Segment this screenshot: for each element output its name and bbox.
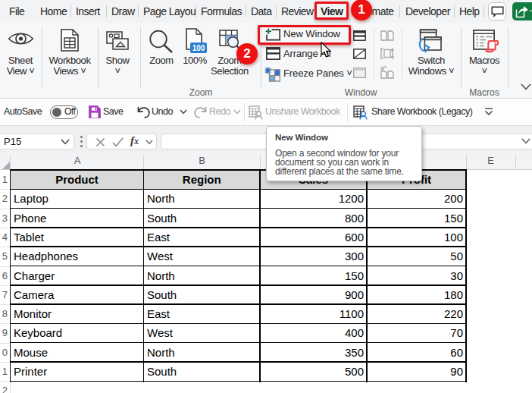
svg-text:100: 100 (192, 44, 205, 52)
